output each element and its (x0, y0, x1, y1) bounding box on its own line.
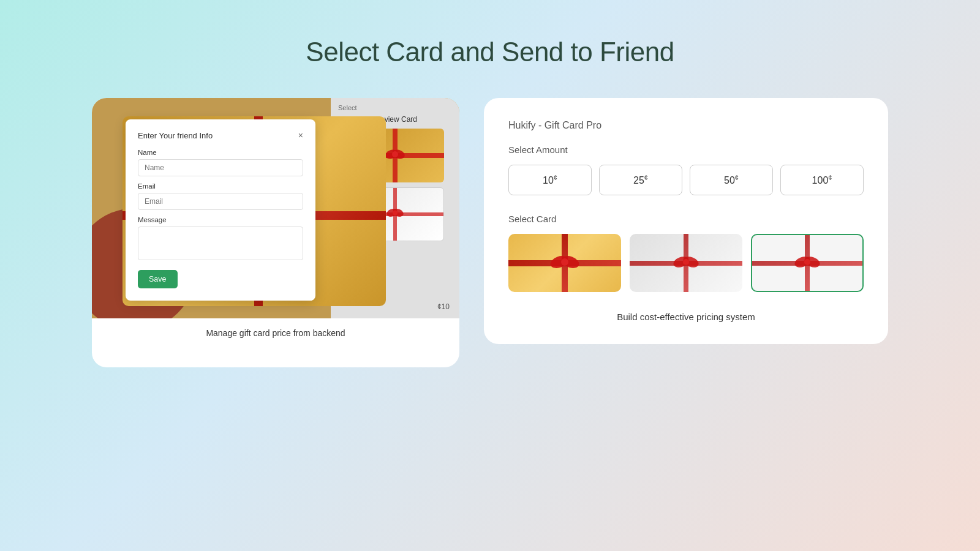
left-panel: Select Preview Card (92, 98, 459, 367)
svg-point-17 (804, 259, 810, 265)
select-amount-label: Select Amount (508, 144, 864, 155)
amount-grid: 10¢ 25¢ 50¢ 100¢ (508, 165, 864, 195)
amount-btn-100[interactable]: 100¢ (780, 165, 864, 195)
select-card-label: Select Card (508, 214, 864, 224)
friend-info-modal: Enter Your friend Info × Name Email Mess… (126, 119, 315, 301)
message-label: Message (138, 216, 303, 223)
save-button[interactable]: Save (138, 270, 178, 288)
svg-point-5 (392, 151, 398, 157)
svg-point-14 (683, 259, 689, 265)
right-panel: Hukify - Gift Card Pro Select Amount 10¢… (484, 98, 888, 344)
name-label: Name (138, 149, 303, 156)
amount-btn-50[interactable]: 50¢ (690, 165, 773, 195)
message-textarea[interactable] (138, 227, 303, 260)
card-thumb-white2[interactable] (751, 234, 864, 292)
modal-close-button[interactable]: × (298, 130, 303, 140)
modal-title: Enter Your friend Info (138, 131, 213, 140)
amount-btn-25[interactable]: 25¢ (599, 165, 682, 195)
left-caption: Manage gift card price from backend (92, 318, 459, 348)
svg-point-8 (393, 211, 398, 216)
app-name: Hukify - Gift Card Pro (508, 120, 864, 131)
email-label: Email (138, 182, 303, 190)
card-grid (508, 234, 864, 292)
select-label-sm: Select (331, 104, 357, 111)
svg-point-11 (561, 258, 568, 266)
price-display: ¢10 (437, 302, 450, 311)
modal-header: Enter Your friend Info × (138, 130, 303, 140)
card-thumb-gold[interactable] (508, 234, 621, 292)
right-caption: Build cost-effective pricing system (508, 312, 864, 322)
card-thumb-white1[interactable] (630, 234, 742, 292)
amount-btn-10[interactable]: 10¢ (508, 165, 592, 195)
main-content: Select Preview Card (92, 98, 888, 367)
email-input[interactable] (138, 193, 303, 210)
screenshot-area: Select Preview Card (92, 98, 459, 318)
page-title: Select Card and Send to Friend (306, 37, 674, 67)
name-input[interactable] (138, 159, 303, 176)
